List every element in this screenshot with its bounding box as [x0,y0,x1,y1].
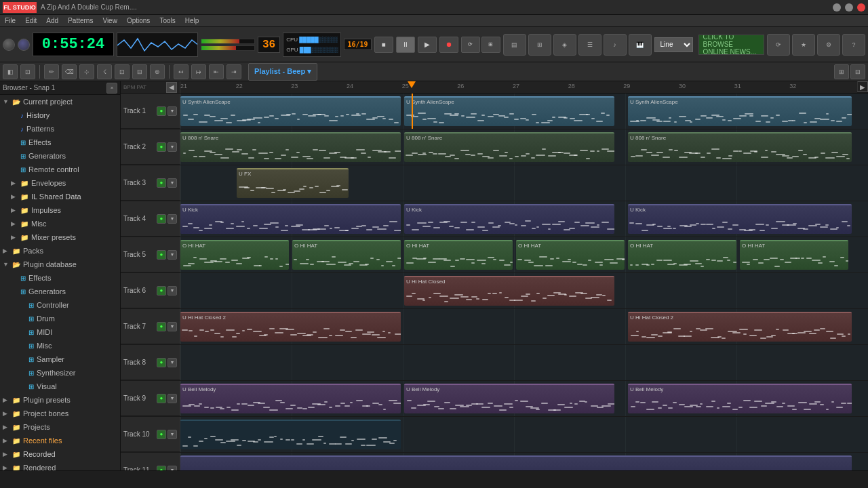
bpm-display[interactable]: 36 [258,37,280,53]
track-label-10[interactable]: Track 10●▼ [121,417,180,452]
playlist-scroll-left[interactable]: ◀ [166,82,177,93]
menu-view[interactable]: View [100,17,119,24]
sidebar-item-misc[interactable]: ▶📁Misc [0,217,120,230]
mixer-btn-6[interactable]: 🎹 [629,34,652,56]
sidebar-item-midi[interactable]: ⊞MIDI [0,325,120,339]
track-mute-button[interactable]: ● [157,214,166,224]
timeline-numbers[interactable]: 212223242526272829303132 [180,81,857,93]
sidebar-item-visual[interactable]: ⊞Visual [0,380,120,393]
track-mute-button[interactable]: ● [157,466,166,471]
clip-block[interactable]: U 808 n' Snare [404,132,614,162]
track-label-8[interactable]: Track 8●▼ [121,345,180,380]
sidebar-item-plugin-database[interactable]: ▼📂Plugin database [0,258,120,271]
track-label-1[interactable]: Track 1●▼ [121,94,180,129]
sidebar-item-recent-files[interactable]: ▶📁Recent files [0,434,120,447]
track-solo-button[interactable]: ▼ [167,322,177,331]
track-label-2[interactable]: Track 2●▼ [121,129,180,165]
track-solo-button[interactable]: ▼ [167,214,177,224]
clip-block[interactable]: U Hi Hat Closed 2 [628,312,852,342]
clip-block[interactable]: O HI HAT [404,240,513,270]
menu-help[interactable]: Help [183,17,201,24]
line-mode-select[interactable]: Line Curve [654,37,693,52]
clip-block[interactable]: U Bell Melody [180,384,401,413]
track-solo-button[interactable]: ▼ [167,430,177,439]
track-label-3[interactable]: Track 3●▼ [121,165,180,201]
track-label-11[interactable]: Track 11●▼ [121,453,180,470]
tool-1[interactable]: ✏ [44,64,59,79]
clip-block[interactable]: U FX [237,168,349,198]
playlist-expand[interactable]: ⊞ [834,64,849,79]
sidebar-item-effects[interactable]: ⊞Effects [0,136,120,149]
right-btn-1[interactable]: ⟳ [767,34,790,56]
track-mute-button[interactable]: ● [157,106,166,116]
sidebar-item-history[interactable]: ♪History [0,108,120,122]
browser-close[interactable]: × [106,83,117,94]
sidebar-item-patterns[interactable]: ♪Patterns [0,122,120,136]
sidebar-item-effects[interactable]: ⊞Effects [0,271,120,285]
track-content-4[interactable]: U KickU KickU Kick [180,201,868,237]
track-label-5[interactable]: Track 5●▼ [121,237,180,272]
sidebar-item-envelopes[interactable]: ▶📁Envelopes [0,176,120,190]
clip-block[interactable]: U Synth AlienScape [180,96,401,126]
clip-block[interactable] [180,420,401,449]
track-mute-button[interactable]: ● [157,250,166,260]
mixer-btn-2[interactable]: ⊞ [528,34,551,56]
menu-edit[interactable]: Edit [23,17,39,24]
clip-block[interactable]: U 808 n' Snare [180,132,401,162]
track-mute-button[interactable]: ● [157,142,166,152]
track-mute-button[interactable]: ● [157,322,166,331]
tool-5[interactable]: ⊡ [115,64,130,79]
tool-7[interactable]: ⊛ [150,64,165,79]
master-pitch-knob[interactable] [18,39,30,51]
track-solo-button[interactable]: ▼ [167,466,177,471]
mixer-btn-5[interactable]: ♪ [604,34,627,56]
playlist-scroll-right[interactable]: ▶ [857,81,868,92]
track-content-6[interactable]: U Hi Hat Closed [180,273,868,308]
mixer-btn-4[interactable]: ☰ [578,34,601,56]
sidebar-item-il-shared-data[interactable]: ▶📁IL Shared Data [0,190,120,203]
track-content-5[interactable]: O HI HATO HI HATO HI HATO HI HATO HI HAT… [180,237,868,272]
clip-block[interactable]: O HI HAT [740,240,848,270]
sidebar-item-project-bones[interactable]: ▶📁Project bones [0,407,120,420]
clip-block[interactable]: U Kick [628,204,852,234]
playlist-settings[interactable]: ⊟ [850,64,865,79]
track-content-2[interactable]: U 808 n' SnareU 808 n' SnareU 808 n' Sna… [180,129,868,165]
tool-6[interactable]: ⊟ [132,64,147,79]
maximize-button[interactable] [845,3,853,12]
sidebar-item-generators[interactable]: ⊞Generators [0,285,120,298]
clip-block[interactable]: O HI HAT [180,240,289,270]
track-mute-button[interactable]: ● [157,394,166,403]
track-solo-button[interactable]: ▼ [167,106,177,116]
menu-patterns[interactable]: Patterns [66,17,95,24]
tool-8[interactable]: ↤ [174,64,189,79]
clip-block[interactable]: U Kick [404,204,614,234]
right-btn-4[interactable]: ? [842,34,865,56]
track-mute-button[interactable]: ● [157,430,166,439]
tool-2[interactable]: ⌫ [62,64,77,79]
track-content-11[interactable] [180,453,868,470]
clip-block[interactable]: O HI HAT [292,240,401,270]
record-button[interactable]: ⏺ [439,37,458,53]
track-content-1[interactable]: U Synth AlienScapeU Synth AlienScapeU Sy… [180,94,868,129]
pause-button[interactable]: ⏸ [396,37,415,53]
track-content-3[interactable]: U FX [180,165,868,201]
track-solo-button[interactable]: ▼ [167,394,177,403]
clip-block[interactable]: U Hi Hat Closed [404,276,614,306]
track-mute-button[interactable]: ● [157,286,166,296]
track-mute-button[interactable]: ● [157,178,166,188]
tool-4[interactable]: ☇ [97,64,112,79]
track-label-4[interactable]: Track 4●▼ [121,201,180,237]
master-volume-knob[interactable] [3,39,15,51]
tool-9[interactable]: ↦ [191,64,206,79]
sidebar-item-projects[interactable]: ▶📁Projects [0,420,120,434]
clip-block[interactable]: U Kick [180,204,401,234]
mixer-btn-3[interactable]: ◈ [553,34,576,56]
sidebar-item-controller[interactable]: ⊞Controller [0,298,120,312]
browser-toggle[interactable]: ◧ [3,64,18,79]
sidebar-item-current-project[interactable]: ▼📂Current project [0,95,120,108]
track-content-7[interactable]: U Hi Hat Closed 2U Hi Hat Closed 2 [180,309,868,344]
menu-tools[interactable]: Tools [157,17,177,24]
menu-add[interactable]: Add [44,17,60,24]
clip-block[interactable]: O HI HAT [628,240,736,270]
right-btn-2[interactable]: ★ [792,34,815,56]
